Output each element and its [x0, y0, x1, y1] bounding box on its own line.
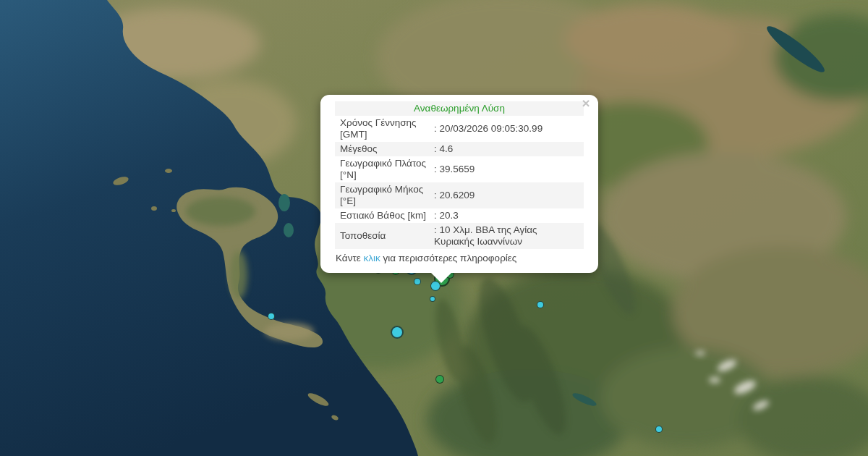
- row-value: : 20.3: [429, 210, 579, 221]
- popup-footer: Κάντε κλικ για περισσότερες πληροφορίες: [335, 253, 584, 264]
- popup-row: Εστιακό Βάθος [km]: 20.3: [335, 208, 584, 223]
- popup-row: Γεωγραφικό Πλάτος [°N]: 39.5659: [335, 156, 584, 182]
- popup-tail: [430, 272, 452, 283]
- popup-row: Τοποθεσία: 10 Χλμ. ΒΒΑ της Αγίας Κυριακή…: [335, 223, 584, 249]
- earthquake-marker[interactable]: [391, 326, 404, 339]
- popup-title-row: Αναθεωρημένη Λύση: [335, 101, 584, 116]
- popup-table: Αναθεωρημένη Λύση Χρόνος Γέννησης [GMT]:…: [335, 101, 584, 249]
- row-label: Γεωγραφικό Μήκος [°E]: [340, 184, 429, 207]
- row-label: Χρόνος Γέννησης [GMT]: [340, 117, 429, 140]
- footer-text-prefix: Κάντε: [336, 253, 364, 263]
- popup-title: Αναθεωρημένη Λύση: [340, 103, 579, 114]
- earthquake-marker[interactable]: [268, 313, 275, 320]
- row-value: : 39.5659: [429, 164, 579, 175]
- earthquake-marker[interactable]: [435, 375, 444, 384]
- row-label: Μέγεθος: [340, 143, 429, 155]
- popup-row: Χρόνος Γέννησης [GMT]: 20/03/2026 09:05:…: [335, 116, 584, 142]
- row-label: Εστιακό Βάθος [km]: [340, 210, 429, 221]
- earthquake-marker[interactable]: [537, 301, 544, 308]
- row-value: : 4.6: [429, 143, 579, 155]
- row-label: Τοποθεσία: [340, 230, 429, 242]
- earthquake-marker[interactable]: [414, 278, 421, 285]
- row-value: : 10 Χλμ. ΒΒΑ της Αγίας Κυριακής Ιωαννίν…: [429, 224, 579, 248]
- popup-row: Γεωγραφικό Μήκος [°E]: 20.6209: [335, 182, 584, 208]
- footer-text-suffix: για περισσότερες πληροφορίες: [380, 253, 517, 263]
- row-value: : 20.6209: [429, 190, 579, 201]
- more-info-link[interactable]: κλικ: [364, 253, 380, 263]
- popup-row: Μέγεθος: 4.6: [335, 142, 584, 156]
- row-value: : 20/03/2026 09:05:30.99: [429, 123, 579, 135]
- earthquake-map-app: × Αναθεωρημένη Λύση Χρόνος Γέννησης [GMT…: [0, 0, 868, 456]
- row-label: Γεωγραφικό Πλάτος [°N]: [340, 158, 429, 181]
- earthquake-marker[interactable]: [430, 296, 435, 302]
- close-icon[interactable]: ×: [579, 97, 592, 110]
- earthquake-marker[interactable]: [655, 426, 663, 433]
- earthquake-popup: × Αναθεωρημένη Λύση Χρόνος Γέννησης [GMT…: [320, 95, 598, 273]
